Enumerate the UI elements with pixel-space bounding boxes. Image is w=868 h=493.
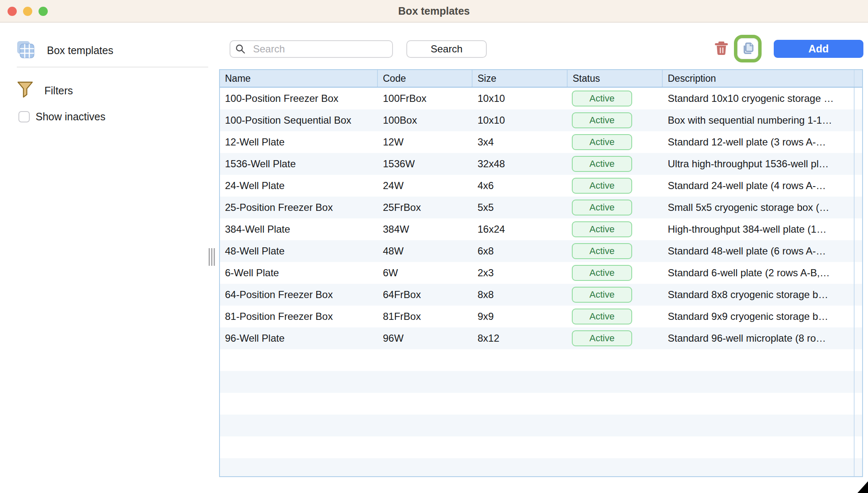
cell-name: 384-Well Plate xyxy=(220,218,378,240)
status-badge: Active xyxy=(572,330,632,346)
cell-description: Standard 6-well plate (2 rows A-B,… xyxy=(663,262,855,284)
table-empty-row xyxy=(220,436,862,458)
table-body: 100-Position Freezer Box100FrBox10x10Act… xyxy=(220,88,862,477)
cell-size: 6x8 xyxy=(473,240,568,262)
cell-name xyxy=(220,436,378,458)
cell-gutter xyxy=(855,371,862,393)
cell-name xyxy=(220,393,378,415)
cell-name: 25-Position Freezer Box xyxy=(220,197,378,218)
add-button[interactable]: Add xyxy=(774,40,863,58)
cell-gutter xyxy=(855,306,862,327)
cell-size: 10x10 xyxy=(473,109,568,131)
cell-description xyxy=(663,349,855,371)
status-badge: Active xyxy=(572,200,632,215)
titlebar[interactable]: Box templates xyxy=(0,0,868,23)
table-row[interactable]: 1536-Well Plate1536W32x48ActiveUltra hig… xyxy=(220,153,862,175)
cell-code: 24W xyxy=(378,175,473,197)
minimize-window-button[interactable] xyxy=(23,7,32,16)
table-row[interactable]: 25-Position Freezer Box25FrBox5x5ActiveS… xyxy=(220,197,862,218)
table-row[interactable]: 100-Position Freezer Box100FrBox10x10Act… xyxy=(220,88,862,109)
funnel-icon xyxy=(17,81,34,100)
cell-gutter xyxy=(855,218,862,240)
cell-description xyxy=(663,415,855,436)
cell-name: 96-Well Plate xyxy=(220,327,378,349)
cell-size: 32x48 xyxy=(473,153,568,175)
table-row[interactable]: 64-Position Freezer Box64FrBox8x8ActiveS… xyxy=(220,284,862,306)
cell-description: High-throughput 384-well plate (1… xyxy=(663,218,855,240)
cell-status: Active xyxy=(568,197,663,218)
cell-gutter xyxy=(855,240,862,262)
cell-code xyxy=(378,393,473,415)
table-row[interactable]: 24-Well Plate24W4x6ActiveStandard 24-wel… xyxy=(220,175,862,197)
cell-status xyxy=(568,415,663,436)
search-button[interactable]: Search xyxy=(406,40,487,58)
cell-status: Active xyxy=(568,109,663,131)
cell-name: 24-Well Plate xyxy=(220,175,378,197)
column-header-gutter xyxy=(855,70,862,87)
cell-size: 10x10 xyxy=(473,88,568,109)
status-badge: Active xyxy=(572,309,632,324)
cell-gutter xyxy=(855,284,862,306)
cell-code: 100FrBox xyxy=(378,88,473,109)
cell-name xyxy=(220,371,378,393)
show-inactives-checkbox[interactable] xyxy=(18,111,30,122)
close-window-button[interactable] xyxy=(8,7,17,16)
search-field-wrap xyxy=(230,40,393,58)
cell-status: Active xyxy=(568,131,663,153)
show-inactives-row[interactable]: Show inactives xyxy=(18,111,106,123)
table-empty-row xyxy=(220,415,862,436)
cell-description: Box with sequential numbering 1-1… xyxy=(663,109,855,131)
cell-gutter xyxy=(855,393,862,415)
cell-status: Active xyxy=(568,218,663,240)
cell-gutter xyxy=(855,131,862,153)
box-templates-table: NameCodeSizeStatusDescription 100-Positi… xyxy=(219,69,863,477)
cell-name: 100-Position Sequential Box xyxy=(220,109,378,131)
trash-icon xyxy=(714,41,728,57)
cell-status xyxy=(568,393,663,415)
cell-name: 12-Well Plate xyxy=(220,131,378,153)
cell-status: Active xyxy=(568,153,663,175)
table-row[interactable]: 384-Well Plate384W16x24ActiveHigh-throug… xyxy=(220,218,862,240)
cell-gutter xyxy=(855,415,862,436)
table-row[interactable]: 12-Well Plate12W3x4ActiveStandard 12-wel… xyxy=(220,131,862,153)
filters-section[interactable]: Filters xyxy=(17,81,73,100)
column-header-status[interactable]: Status xyxy=(568,70,663,87)
cell-size: 8x12 xyxy=(473,327,568,349)
cell-size xyxy=(473,436,568,458)
delete-button[interactable] xyxy=(711,39,731,58)
app-window: Box templates Box templates Filters Show… xyxy=(0,0,868,493)
cell-code: 25FrBox xyxy=(378,197,473,218)
cell-gutter xyxy=(855,349,862,371)
table-row[interactable]: 48-Well Plate48W6x8ActiveStandard 48-wel… xyxy=(220,240,862,262)
table-row[interactable]: 81-Position Freezer Box81FrBox9x9ActiveS… xyxy=(220,306,862,327)
window-title: Box templates xyxy=(398,5,470,17)
column-header-name[interactable]: Name xyxy=(220,70,378,87)
sidebar-item-box-templates[interactable]: Box templates xyxy=(17,41,113,60)
zoom-window-button[interactable] xyxy=(39,7,48,16)
cell-name xyxy=(220,349,378,371)
cell-status xyxy=(568,458,663,477)
cell-description: Ultra high-throughput 1536-well pl… xyxy=(663,153,855,175)
column-header-size[interactable]: Size xyxy=(473,70,568,87)
cell-size: 3x4 xyxy=(473,131,568,153)
status-badge: Active xyxy=(572,287,632,303)
copy-button[interactable] xyxy=(737,38,758,59)
cell-description: Small 5x5 cryogenic storage box (… xyxy=(663,197,855,218)
cell-description xyxy=(663,393,855,415)
table-row[interactable]: 96-Well Plate96W8x12ActiveStandard 96-we… xyxy=(220,327,862,349)
panel-resize-handle[interactable] xyxy=(209,248,215,266)
column-header-description[interactable]: Description xyxy=(663,70,855,87)
table-row[interactable]: 6-Well Plate6W2x3ActiveStandard 6-well p… xyxy=(220,262,862,284)
sidebar-item-label: Box templates xyxy=(47,44,113,57)
table-header-row: NameCodeSizeStatusDescription xyxy=(220,70,862,88)
search-input[interactable] xyxy=(230,40,393,58)
column-header-code[interactable]: Code xyxy=(378,70,473,87)
cell-gutter xyxy=(855,109,862,131)
cell-code: 48W xyxy=(378,240,473,262)
cell-gutter xyxy=(855,458,862,477)
cell-size xyxy=(473,349,568,371)
cell-code xyxy=(378,415,473,436)
cell-gutter xyxy=(855,327,862,349)
cell-code: 384W xyxy=(378,218,473,240)
table-row[interactable]: 100-Position Sequential Box100Box10x10Ac… xyxy=(220,109,862,131)
